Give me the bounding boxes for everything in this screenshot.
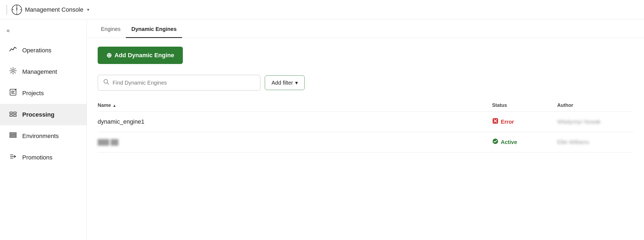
row1-status-cell: Error [492,118,557,126]
add-dynamic-engine-button[interactable]: ⊕ Add Dynamic Engine [98,47,183,64]
sidebar-item-environments[interactable]: Environments [0,125,87,147]
sidebar-item-management-label: Management [22,68,57,75]
svg-point-1 [16,9,17,10]
sidebar-item-management[interactable]: Management [0,61,87,82]
svg-rect-28 [162,120,166,123]
row1-name-cell: dynamic_engine1 [98,118,492,126]
header-logo[interactable]: Management Console ▾ [11,4,89,15]
svg-marker-7 [16,10,17,14]
row2-delete-button[interactable]: 🗑 [132,138,138,146]
sidebar-item-projects[interactable]: Projects [0,82,87,104]
app-header: Management Console ▾ [0,0,644,20]
svg-rect-14 [10,112,12,114]
add-button-label: Add Dynamic Engine [114,52,174,59]
main-content: Engines Dynamic Engines ⊕ Add Dynamic En… [87,20,644,240]
row2-status-label: Active [501,139,517,145]
row1-delete-button[interactable] [161,118,167,126]
table-header: Name ▲ Status Author [98,99,633,112]
sidebar-item-promotions[interactable]: Promotions [0,147,87,168]
row2-status-cell: Active [492,138,557,146]
sidebar-nav: Operations Management [0,40,87,168]
row2-author-cell: Ellie Williams [557,139,633,145]
filter-button-label: Add filter [272,80,293,86]
sidebar-item-processing-label: Processing [22,111,55,118]
management-icon [9,67,17,76]
sidebar-item-projects-label: Projects [22,90,44,97]
col-status-header: Status [492,103,557,108]
col-name-label: Name [98,103,111,108]
row1-add-button[interactable] [149,118,155,126]
svg-rect-16 [10,115,12,116]
col-author-header: Author [557,103,633,108]
svg-line-25 [107,83,109,84]
svg-marker-6 [16,6,17,9]
svg-rect-20 [10,136,16,137]
header-chevron-icon: ▾ [87,7,89,12]
tab-engines[interactable]: Engines [95,20,126,38]
row2-author-text: Ellie Williams [557,139,589,145]
svg-point-8 [12,70,14,72]
sidebar-item-promotions-label: Promotions [22,154,52,161]
add-button-plus-icon: ⊕ [106,52,112,59]
row1-status-error-icon [492,118,499,126]
projects-icon [9,88,17,98]
row2-status-active-icon [492,138,499,146]
svg-rect-19 [10,135,16,136]
svg-rect-17 [14,115,16,116]
row1-author-cell: Wladymiyr Nowak [557,119,633,125]
search-input[interactable] [113,80,255,86]
header-divider [7,5,7,15]
filter-chevron-icon: ▾ [295,79,298,86]
environments-icon [9,131,17,141]
tabs-bar: Engines Dynamic Engines [87,20,644,38]
row1-name-text: dynamic_engine1 [98,118,144,125]
add-filter-button[interactable]: Add filter ▾ [265,75,305,90]
sidebar-item-operations-label: Operations [22,47,52,54]
row2-name-text: ███ ██ [98,139,118,145]
row2-name-cell: ███ ██ + 🗑 [98,138,492,146]
sidebar-item-operations[interactable]: Operations [0,40,87,61]
sidebar-item-processing[interactable]: Processing [0,104,87,125]
table-row: dynamic_engine1 [98,112,633,132]
tab-dynamic-engines[interactable]: Dynamic Engines [126,20,182,38]
sidebar-collapse-button[interactable]: « [0,24,87,37]
compass-icon [11,4,22,15]
row1-author-text: Wladymiyr Nowak [557,119,601,125]
sidebar: « Operations Management [0,20,87,240]
svg-rect-15 [14,112,16,114]
promotions-icon [9,153,17,162]
search-filter-row: Add filter ▾ [98,75,633,91]
processing-icon [9,110,17,119]
sidebar-item-environments-label: Environments [22,133,59,140]
app-title: Management Console [25,6,83,13]
svg-rect-18 [10,133,16,134]
table-row: ███ ██ + 🗑 Active E [98,132,633,152]
sort-arrow-icon: ▲ [113,103,116,108]
dynamic-engines-content: ⊕ Add Dynamic Engine Add filter ▾ [87,38,644,240]
main-layout: « Operations Management [0,20,644,240]
search-icon [103,79,109,87]
search-box[interactable] [98,75,260,91]
row2-add-button[interactable]: + [123,138,126,146]
operations-icon [9,46,17,55]
col-name-header[interactable]: Name ▲ [98,103,492,108]
row1-status-label: Error [501,119,514,125]
